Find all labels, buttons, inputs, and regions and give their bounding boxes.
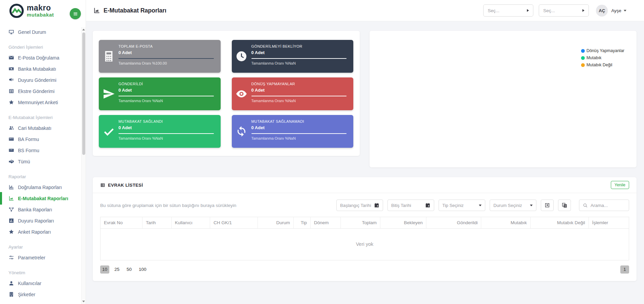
column-header-9[interactable]: Bekleyen: [380, 217, 426, 228]
status-card-icon-box: [99, 77, 118, 110]
end-date-placeholder: Bitiş Tarihi: [391, 203, 411, 208]
sidebar-item-label: Şirketler: [18, 292, 35, 297]
sidebar-scrollbar-thumb[interactable]: [82, 32, 85, 155]
page-size-selector: 102550100: [100, 265, 152, 274]
column-header-13[interactable]: İşlemler: [589, 217, 629, 228]
column-header-2[interactable]: Tarih: [142, 217, 171, 228]
sidebar-item-memnuniyet-anketi[interactable]: Memnuniyet Anketi: [0, 97, 81, 108]
sidebar-item-label: Ekstre Gönderimi: [18, 89, 54, 94]
page-size-100[interactable]: 100: [137, 265, 149, 274]
megaphone-icon: [8, 77, 14, 83]
status-card-title: MUTABAKAT SAĞLANAMADI: [251, 119, 347, 123]
calculator-icon: [103, 50, 115, 63]
bar-chart-icon: [8, 184, 14, 190]
column-header-10[interactable]: Gönderildi: [426, 217, 481, 228]
sidebar-item-label: E-Mutabakat Raporları: [18, 196, 68, 201]
chart-legend: Dönüş YapmayanlarMutabıkMutabık Değil: [581, 48, 624, 67]
area-chart-icon: [93, 7, 100, 14]
main-area: E-Mutabakat Raporları Seç... Seç... AÇ A…: [86, 0, 644, 304]
column-header-8[interactable]: Toplam: [340, 217, 380, 228]
sidebar-item-kullanicilar[interactable]: Kullanıcılar: [0, 278, 81, 289]
column-chooser-icon: [561, 202, 568, 208]
sidebar-item-label: Banka Mutabakatı: [18, 66, 56, 72]
excel-export-icon: [544, 202, 550, 208]
page-size-50[interactable]: 50: [125, 265, 134, 274]
column-header-1[interactable]: Evrak No: [101, 217, 142, 228]
status-card-count: 0 Adet: [251, 88, 347, 93]
status-card-footer: Tamamlanma Oranı %NaN: [251, 136, 347, 140]
column-header-5[interactable]: Durum: [258, 217, 293, 228]
status-card-toplam-eposta: TOPLAM E-POSTA0 AdetTamamlanma Oranı %10…: [99, 40, 221, 73]
search-box: [579, 200, 629, 211]
caret-right-icon: [527, 9, 529, 12]
start-date-input[interactable]: Başlangıç Tarihi: [336, 200, 383, 211]
sidebar-item-genel-durum[interactable]: Genel Durum: [0, 26, 81, 38]
table-icon: [8, 88, 14, 94]
sidebar-item-sirketler[interactable]: Şirketler: [0, 289, 81, 300]
column-header-3[interactable]: Kullanıcı: [171, 217, 210, 228]
brand-name-top: makro: [27, 4, 54, 12]
sidebar-item-e-posta-dogrulama[interactable]: E-Posta Doğrulama: [0, 52, 81, 63]
column-header-4[interactable]: CH GK/1: [210, 217, 258, 228]
search-input[interactable]: [591, 203, 625, 208]
grid-filters: Başlangıç Tarihi Bitiş Tarihi Tip Seçini…: [332, 200, 629, 211]
sidebar-item-banka-mutabakati[interactable]: Banka Mutabakatı: [0, 63, 81, 74]
sidebar-item-cari-mutabakati[interactable]: Cari Mutabakatı: [0, 122, 81, 134]
sidebar-item-label: BS Formu: [18, 148, 39, 153]
status-card-divider: [251, 96, 347, 96]
sidebar-item-anket-raporlari[interactable]: Anket Raporları: [0, 226, 81, 237]
user-menu[interactable]: AÇ Ayşe: [596, 5, 626, 17]
column-header-6[interactable]: Tip: [293, 217, 310, 228]
sidebar-item-dogrulama-raporlari[interactable]: Doğrulama Raporları: [0, 182, 81, 193]
status-card-divider: [118, 96, 214, 96]
nav-section-label: Gönderi İşlemleri: [0, 38, 81, 52]
sidebar-item-ekstre-gonderimi[interactable]: Ekstre Gönderimi: [0, 86, 81, 97]
page-size-25[interactable]: 25: [112, 265, 121, 274]
legend-dot-icon: [581, 49, 585, 53]
page-number-button[interactable]: 1: [620, 265, 629, 274]
header-select-right[interactable]: Seç...: [539, 4, 589, 17]
status-select[interactable]: Durum Seçiniz: [490, 200, 536, 211]
sidebar-scrollbar[interactable]: [81, 27, 86, 304]
calendar-icon: [425, 203, 430, 208]
status-card-count: 0 Adet: [118, 125, 214, 130]
scroll-down-icon[interactable]: [82, 299, 86, 304]
status-card-title: DÖNÜŞ YAPMAYANLAR: [251, 82, 347, 86]
sidebar-item-ba-formu[interactable]: BA Formu: [0, 134, 81, 145]
sidebar-item-tumu[interactable]: Tümü: [0, 156, 81, 167]
page-size-10[interactable]: 10: [100, 265, 109, 274]
refresh-button[interactable]: Yenile: [611, 181, 629, 189]
type-select[interactable]: Tip Seçiniz: [439, 200, 485, 211]
column-header-7[interactable]: Dönem: [310, 217, 340, 228]
sidebar-item-parametreler[interactable]: Parametreler: [0, 252, 81, 263]
status-card-title: GÖNDERİLMEYİ BEKLİYOR: [251, 44, 347, 48]
excel-export-button[interactable]: [541, 200, 554, 211]
sidebar: makro mutabakat Genel DurumGönderi İşlem…: [0, 0, 86, 304]
header-select-left[interactable]: Seç...: [483, 4, 533, 17]
menu-button[interactable]: [70, 8, 81, 19]
sidebar-item-bs-formu[interactable]: BS Formu: [0, 145, 81, 156]
sidebar-item-e-mutabakat-raporlari[interactable]: E-Mutabakat Raporları: [0, 193, 81, 204]
status-card-divider: [118, 58, 214, 59]
column-chooser-button[interactable]: [558, 200, 571, 211]
status-card-footer: Tamamlanma Oranı %NaN: [118, 99, 214, 103]
mail-icon: [8, 55, 14, 61]
group-by-drop-zone[interactable]: Bu sütuna göre gruplamak için bir sütun …: [100, 203, 236, 208]
sidebar-item-label: BA Formu: [18, 137, 39, 142]
document-list-title-text: EVRAK LİSTESİ: [108, 183, 143, 188]
pager: 102550100 1: [100, 265, 629, 274]
sidebar-item-duyuru-raporlari[interactable]: Duyuru Raporları: [0, 215, 81, 226]
column-header-11[interactable]: Mutabık: [481, 217, 530, 228]
end-date-input[interactable]: Bitiş Tarihi: [387, 200, 434, 211]
scroll-up-icon[interactable]: [82, 27, 86, 32]
sidebar-item-duyuru-gonderimi[interactable]: Duyuru Gönderimi: [0, 74, 81, 86]
start-date-placeholder: Başlangıç Tarihi: [340, 203, 371, 208]
sidebar-nav: Genel DurumGönderi İşlemleriE-Posta Doğr…: [0, 21, 81, 304]
column-header-12[interactable]: Mutabık Değil: [530, 217, 589, 228]
status-card-count: 0 Adet: [118, 50, 214, 55]
brand-name: makro mutabakat: [27, 4, 54, 17]
sidebar-item-banka-raporlari[interactable]: Banka Raporları: [0, 204, 81, 215]
status-card-icon-box: [99, 115, 118, 148]
building-icon: [8, 291, 14, 297]
monitor-icon: [8, 29, 14, 35]
